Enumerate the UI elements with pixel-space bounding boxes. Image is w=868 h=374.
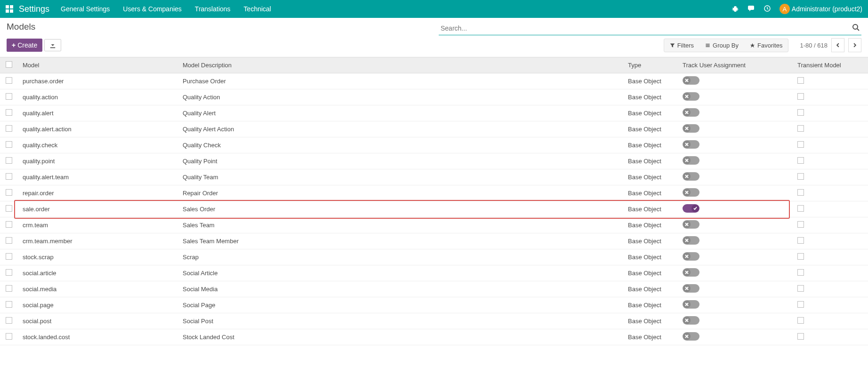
table-row[interactable]: quality.alertQuality AlertBase Object bbox=[0, 105, 868, 121]
transient-checkbox[interactable] bbox=[797, 301, 804, 308]
row-checkbox[interactable] bbox=[6, 125, 12, 132]
select-all-checkbox[interactable] bbox=[6, 61, 12, 68]
track-toggle[interactable] bbox=[683, 124, 699, 133]
th-model[interactable]: Model bbox=[18, 57, 178, 73]
track-toggle[interactable] bbox=[683, 204, 699, 213]
favorites-button[interactable]: Favorites bbox=[744, 39, 788, 52]
table-row[interactable]: purchase.orderPurchase OrderBase Object bbox=[0, 73, 868, 89]
table-row[interactable]: sale.orderSales OrderBase Object bbox=[0, 201, 868, 217]
nav-technical[interactable]: Technical bbox=[244, 5, 271, 13]
transient-checkbox[interactable] bbox=[797, 125, 804, 132]
groupby-button[interactable]: Group By bbox=[699, 39, 744, 52]
clock-icon[interactable] bbox=[764, 5, 771, 14]
table-row[interactable]: quality.checkQuality CheckBase Object bbox=[0, 137, 868, 153]
transient-checkbox[interactable] bbox=[797, 205, 804, 212]
track-toggle[interactable] bbox=[683, 220, 699, 229]
row-checkbox[interactable] bbox=[6, 77, 12, 84]
track-toggle[interactable] bbox=[683, 236, 699, 245]
track-toggle[interactable] bbox=[683, 156, 699, 165]
track-toggle[interactable] bbox=[683, 284, 699, 293]
track-toggle[interactable] bbox=[683, 140, 699, 149]
cell-model: purchase.order bbox=[18, 73, 178, 89]
row-checkbox[interactable] bbox=[6, 333, 12, 340]
row-checkbox[interactable] bbox=[6, 221, 12, 228]
track-toggle[interactable] bbox=[683, 268, 699, 277]
th-type[interactable]: Type bbox=[623, 57, 678, 73]
app-brand[interactable]: Settings bbox=[19, 4, 49, 14]
row-checkbox[interactable] bbox=[6, 237, 12, 244]
transient-checkbox[interactable] bbox=[797, 221, 804, 228]
row-checkbox[interactable] bbox=[6, 109, 12, 116]
transient-checkbox[interactable] bbox=[797, 189, 804, 196]
transient-checkbox[interactable] bbox=[797, 109, 804, 116]
row-checkbox[interactable] bbox=[6, 141, 12, 148]
row-checkbox[interactable] bbox=[6, 157, 12, 164]
transient-checkbox[interactable] bbox=[797, 237, 804, 244]
transient-checkbox[interactable] bbox=[797, 317, 804, 324]
create-label: Create bbox=[17, 41, 37, 49]
th-description[interactable]: Model Description bbox=[178, 57, 623, 73]
track-toggle[interactable] bbox=[683, 332, 699, 341]
row-checkbox[interactable] bbox=[6, 253, 12, 260]
transient-checkbox[interactable] bbox=[797, 93, 804, 100]
filters-button[interactable]: Filters bbox=[664, 39, 699, 52]
track-toggle[interactable] bbox=[683, 252, 699, 261]
track-toggle[interactable] bbox=[683, 316, 699, 325]
table-row[interactable]: quality.alert.teamQuality TeamBase Objec… bbox=[0, 169, 868, 185]
table-row[interactable]: stock.scrapScrapBase Object bbox=[0, 249, 868, 265]
cell-transient bbox=[793, 121, 868, 137]
track-toggle[interactable] bbox=[683, 188, 699, 197]
svg-rect-0 bbox=[6, 5, 9, 8]
chat-icon[interactable] bbox=[747, 5, 755, 14]
table-row[interactable]: quality.pointQuality PointBase Object bbox=[0, 153, 868, 169]
pager-prev[interactable] bbox=[831, 38, 844, 52]
row-checkbox[interactable] bbox=[6, 285, 12, 292]
user-menu[interactable]: A Administrator (product2) bbox=[780, 4, 862, 14]
row-checkbox[interactable] bbox=[6, 301, 12, 308]
transient-checkbox[interactable] bbox=[797, 77, 804, 84]
track-toggle[interactable] bbox=[683, 172, 699, 181]
track-toggle[interactable] bbox=[683, 76, 699, 85]
cell-type: Base Object bbox=[623, 105, 678, 121]
transient-checkbox[interactable] bbox=[797, 141, 804, 148]
bug-icon[interactable] bbox=[731, 5, 739, 14]
pager-next[interactable] bbox=[848, 38, 861, 52]
table-row[interactable]: social.postSocial PostBase Object bbox=[0, 313, 868, 329]
download-button[interactable] bbox=[44, 39, 61, 51]
search-input[interactable] bbox=[439, 22, 861, 35]
cell-type: Base Object bbox=[623, 329, 678, 345]
table-row[interactable]: social.mediaSocial MediaBase Object bbox=[0, 281, 868, 297]
transient-checkbox[interactable] bbox=[797, 333, 804, 340]
th-transient[interactable]: Transient Model bbox=[793, 57, 868, 73]
cell-description: Repair Order bbox=[178, 185, 623, 201]
transient-checkbox[interactable] bbox=[797, 173, 804, 180]
transient-checkbox[interactable] bbox=[797, 157, 804, 164]
table-row[interactable]: crm.teamSales TeamBase Object bbox=[0, 217, 868, 233]
transient-checkbox[interactable] bbox=[797, 253, 804, 260]
apps-icon[interactable] bbox=[6, 5, 13, 13]
row-checkbox[interactable] bbox=[6, 189, 12, 196]
table-row[interactable]: repair.orderRepair OrderBase Object bbox=[0, 185, 868, 201]
th-track[interactable]: Track User Assignment bbox=[678, 57, 793, 73]
row-checkbox[interactable] bbox=[6, 173, 12, 180]
nav-translations[interactable]: Translations bbox=[195, 5, 231, 13]
create-button[interactable]: +Create bbox=[7, 39, 42, 52]
transient-checkbox[interactable] bbox=[797, 269, 804, 276]
search-icon[interactable] bbox=[852, 24, 860, 32]
table-row[interactable]: crm.team.memberSales Team MemberBase Obj… bbox=[0, 233, 868, 249]
row-checkbox[interactable] bbox=[6, 93, 12, 100]
nav-general-settings[interactable]: General Settings bbox=[61, 5, 110, 13]
row-checkbox[interactable] bbox=[6, 317, 12, 324]
row-checkbox[interactable] bbox=[6, 205, 12, 212]
track-toggle[interactable] bbox=[683, 300, 699, 309]
nav-users-companies[interactable]: Users & Companies bbox=[123, 5, 182, 13]
table-row[interactable]: quality.alert.actionQuality Alert Action… bbox=[0, 121, 868, 137]
track-toggle[interactable] bbox=[683, 108, 699, 117]
table-row[interactable]: social.pageSocial PageBase Object bbox=[0, 297, 868, 313]
track-toggle[interactable] bbox=[683, 92, 699, 101]
row-checkbox[interactable] bbox=[6, 269, 12, 276]
transient-checkbox[interactable] bbox=[797, 285, 804, 292]
table-row[interactable]: stock.landed.costStock Landed CostBase O… bbox=[0, 329, 868, 345]
table-row[interactable]: quality.actionQuality ActionBase Object bbox=[0, 89, 868, 105]
table-row[interactable]: social.articleSocial ArticleBase Object bbox=[0, 265, 868, 281]
